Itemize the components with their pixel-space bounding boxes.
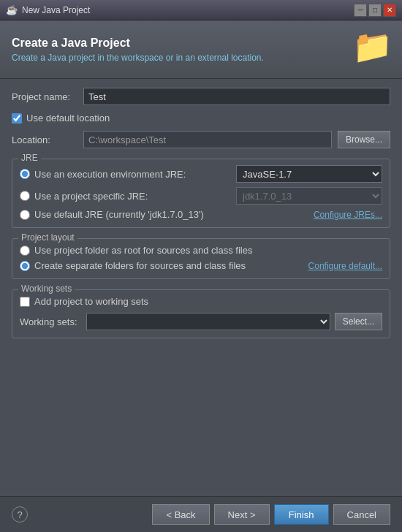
maximize-button[interactable]: □: [368, 4, 382, 17]
location-row: Location: Browse...: [12, 131, 390, 148]
title-bar-icon: ☕: [6, 4, 18, 16]
jre-option3-label: Use default JRE (currently 'jdk1.7.0_13'…: [34, 209, 204, 220]
finish-button[interactable]: Finish: [274, 504, 329, 525]
working-sets-group: Working sets Add project to working sets…: [12, 289, 390, 338]
layout-option1-label: Use project folder as root for sources a…: [34, 245, 252, 256]
layout-option1-radio[interactable]: [20, 246, 30, 256]
header-icon: 📁: [352, 31, 390, 69]
project-layout-group-label: Project layout: [18, 232, 77, 243]
title-bar: ☕ New Java Project ─ □ ✕: [0, 0, 402, 20]
header-title: Create a Java Project: [12, 37, 264, 50]
layout-option2-radio[interactable]: [20, 261, 30, 271]
title-bar-buttons: ─ □ ✕: [354, 4, 396, 17]
use-default-location-label: Use default location: [26, 113, 110, 123]
project-layout-group: Project layout Use project folder as roo…: [12, 238, 390, 279]
jre-option2-row: Use a project specific JRE: jdk1.7.0_13: [20, 187, 382, 205]
add-to-working-sets-checkbox[interactable]: [20, 297, 30, 307]
use-default-location-checkbox[interactable]: [12, 113, 22, 123]
working-sets-group-label: Working sets: [18, 284, 75, 294]
jre-option1-row: Use an execution environment JRE: JavaSE…: [20, 165, 382, 183]
jre-option3-radio[interactable]: [20, 210, 30, 220]
layout-option2-row: Create separate folders for sources and …: [20, 260, 382, 271]
header-subtitle: Create a Java project in the workspace o…: [12, 53, 264, 63]
minimize-button[interactable]: ─: [354, 4, 367, 17]
layout-option1-row: Use project folder as root for sources a…: [20, 245, 382, 256]
location-label: Location:: [12, 134, 77, 145]
jre-configure-link[interactable]: Configure JREs...: [314, 210, 382, 220]
close-button[interactable]: ✕: [383, 4, 396, 17]
dialog-content: Project name: Use default location Locat…: [0, 79, 402, 496]
cancel-button[interactable]: Cancel: [333, 504, 390, 525]
add-to-working-sets-row: Add project to working sets: [20, 296, 382, 307]
location-input[interactable]: [83, 131, 332, 148]
select-button[interactable]: Select...: [335, 313, 382, 330]
next-button[interactable]: Next >: [214, 504, 270, 525]
jre-group-label: JRE: [18, 153, 41, 163]
working-sets-input-row: Working sets: Select...: [20, 313, 382, 330]
jre-option2-label: Use a project specific JRE:: [34, 191, 148, 202]
jre-group: JRE Use an execution environment JRE: Ja…: [12, 159, 390, 228]
project-name-label: Project name:: [12, 91, 77, 102]
jre-environment-select[interactable]: JavaSE-1.7 JavaSE-1.6 JavaSE-1.8: [236, 165, 382, 183]
header-text-block: Create a Java Project Create a Java proj…: [12, 37, 264, 63]
jre-option1-radio[interactable]: [20, 169, 30, 179]
use-default-location-row: Use default location: [12, 113, 390, 123]
dialog-header: Create a Java Project Create a Java proj…: [0, 20, 402, 79]
working-sets-label: Working sets:: [20, 316, 82, 327]
back-button[interactable]: < Back: [152, 504, 209, 525]
jre-option3-row: Use default JRE (currently 'jdk1.7.0_13'…: [20, 209, 382, 220]
dialog-body: Create a Java Project Create a Java proj…: [0, 20, 402, 532]
browse-button[interactable]: Browse...: [338, 131, 390, 148]
help-icon: ?: [17, 509, 22, 520]
project-name-input[interactable]: [83, 88, 390, 105]
help-button[interactable]: ?: [12, 506, 28, 522]
working-sets-select[interactable]: [86, 313, 330, 330]
jre-option1-label: Use an execution environment JRE:: [34, 169, 186, 180]
jre-specific-select[interactable]: jdk1.7.0_13: [236, 187, 382, 205]
add-to-working-sets-label: Add project to working sets: [34, 296, 148, 307]
layout-configure-link[interactable]: Configure default...: [308, 261, 382, 271]
jre-option2-radio[interactable]: [20, 191, 30, 201]
project-name-row: Project name:: [12, 88, 390, 105]
title-bar-title: New Java Project: [22, 5, 349, 15]
dialog-footer: ? < Back Next > Finish Cancel: [0, 496, 402, 532]
layout-option2-label: Create separate folders for sources and …: [34, 260, 246, 271]
